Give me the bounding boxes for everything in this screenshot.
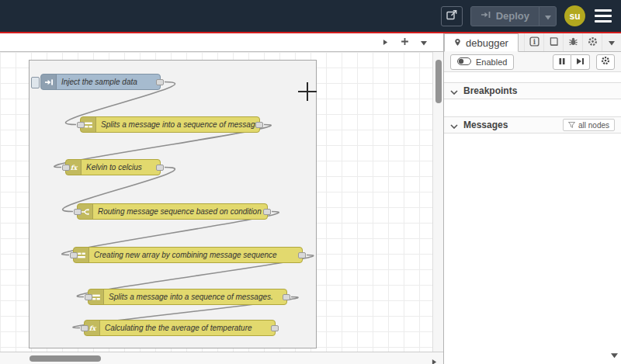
caret-down-icon: [609, 36, 615, 48]
input-port[interactable]: [77, 122, 85, 128]
sidebar-tab-menu-button[interactable]: [602, 33, 621, 51]
enabled-label: Enabled: [476, 57, 507, 67]
flow-node-inject[interactable]: Inject the sample data: [40, 74, 161, 90]
input-port[interactable]: [70, 252, 78, 258]
flow-node-function[interactable]: fxCalculating the the average of tempera…: [84, 320, 276, 336]
node-label: Calculating the the average of temperatu…: [100, 321, 275, 335]
deploy-icon: [480, 10, 491, 22]
all-nodes-filter-button[interactable]: all nodes: [563, 119, 615, 131]
messages-list: [444, 133, 621, 364]
output-port[interactable]: [156, 79, 164, 85]
scroll-down-icon[interactable]: [435, 345, 442, 350]
output-port[interactable]: [255, 122, 263, 128]
flow-node-switch[interactable]: Routing message sequence based on condit…: [77, 203, 268, 220]
hamburger-icon: [595, 9, 612, 23]
chevron-down-icon: [450, 84, 458, 98]
node-label: Inject the sample data: [57, 75, 160, 89]
flow-node-split[interactable]: Splits a message into a sequence of mess…: [88, 289, 287, 305]
inject-icon: [41, 75, 57, 89]
flow-node-split[interactable]: Splits a message into a sequence of mess…: [80, 116, 260, 133]
funnel-icon: [568, 121, 575, 130]
pause-button[interactable]: [553, 54, 571, 70]
info-icon: i: [529, 36, 539, 49]
tab-debug[interactable]: [563, 33, 582, 51]
step-button[interactable]: [571, 54, 590, 70]
node-red-app: Deploy su: [0, 0, 621, 364]
node-label: Splits a message into a sequence of mess…: [96, 117, 259, 132]
messages-section-title: Messages: [463, 120, 508, 130]
input-port[interactable]: [74, 209, 82, 215]
all-nodes-label: all nodes: [578, 121, 609, 130]
add-flow-button[interactable]: [396, 35, 413, 50]
vertical-scroll-thumb[interactable]: [435, 60, 442, 103]
breakpoints-section-header[interactable]: Breakpoints: [444, 82, 621, 99]
horizontal-scrollbar[interactable]: [0, 352, 443, 364]
vertical-scrollbar[interactable]: [432, 52, 443, 352]
deploy-options-button[interactable]: [539, 7, 556, 26]
flow-list-button[interactable]: [415, 35, 432, 50]
horizontal-scroll-thumb[interactable]: [29, 355, 101, 362]
sidebar-tabbar: debugger i: [444, 33, 621, 52]
breakpoint-pin-icon: [454, 37, 461, 49]
book-icon: [549, 36, 559, 49]
debugger-settings-button[interactable]: [596, 54, 615, 70]
header: Deploy su: [0, 0, 621, 32]
deploy-button[interactable]: Deploy: [470, 6, 557, 26]
toggle-icon: [457, 57, 471, 67]
tab-debugger-label: debugger: [466, 37, 508, 49]
node-label: Kelvin to celcius: [82, 160, 160, 175]
bug-icon: [568, 36, 578, 49]
expand-panel-caret[interactable]: [611, 348, 618, 362]
chevron-down-icon: [450, 118, 458, 132]
user-avatar[interactable]: su: [564, 5, 585, 26]
main-menu-button[interactable]: [593, 6, 613, 26]
debugger-controls: [553, 54, 615, 70]
workspace: Inject the sample dataSplits a message i…: [0, 33, 444, 364]
caret-down-icon: [545, 9, 551, 23]
breakpoints-list: [444, 99, 621, 116]
gear-icon: [588, 36, 598, 49]
tab-config[interactable]: [582, 33, 602, 51]
inject-trigger-button[interactable]: [31, 77, 40, 88]
output-port[interactable]: [298, 252, 306, 258]
node-label: Routing message sequence based on condit…: [93, 204, 267, 219]
flow-node-function[interactable]: fxKelvin to celcius: [65, 159, 161, 175]
export-icon: [446, 9, 458, 23]
export-button[interactable]: [441, 6, 463, 26]
enabled-toggle-button[interactable]: Enabled: [450, 54, 514, 70]
input-port[interactable]: [62, 165, 70, 171]
svg-text:i: i: [533, 37, 536, 45]
tab-debugger[interactable]: debugger: [444, 33, 519, 52]
node-label: Splits a message into a sequence of mess…: [104, 289, 286, 304]
debugger-toolbar: Enabled: [444, 52, 621, 72]
sidebar-gap: [444, 72, 621, 82]
deploy-label: Deploy: [496, 10, 529, 22]
output-port[interactable]: [283, 294, 290, 300]
triangle-right-icon: [383, 36, 388, 48]
node-label: Creating new array by combining message …: [89, 248, 302, 262]
flow-tabbar: [0, 33, 443, 52]
input-port[interactable]: [81, 325, 88, 331]
step-icon: [576, 56, 585, 68]
flow-canvas[interactable]: Inject the sample dataSplits a message i…: [0, 52, 443, 352]
tab-info[interactable]: i: [524, 33, 543, 51]
plus-icon: [401, 36, 409, 48]
sidebar: debugger i: [444, 33, 621, 364]
svg-text:fx: fx: [88, 324, 96, 332]
output-port[interactable]: [156, 165, 164, 171]
messages-section-header[interactable]: Messages all nodes: [444, 116, 621, 133]
tabbar-spacer: [519, 33, 524, 51]
main-area: Inject the sample dataSplits a message i…: [0, 33, 621, 364]
svg-text:fx: fx: [70, 164, 78, 172]
caret-down-icon: [421, 36, 427, 48]
scroll-right-icon[interactable]: [432, 355, 437, 364]
tab-help[interactable]: [543, 33, 563, 51]
output-port[interactable]: [263, 209, 271, 215]
pause-icon: [558, 56, 566, 68]
flow-node-join[interactable]: Creating new array by combining message …: [73, 247, 303, 263]
output-port[interactable]: [271, 325, 279, 331]
scroll-up-icon[interactable]: [435, 54, 442, 58]
scroll-tabs-right-button[interactable]: [376, 35, 394, 50]
input-port[interactable]: [85, 294, 92, 300]
breakpoints-section-title: Breakpoints: [463, 85, 517, 96]
